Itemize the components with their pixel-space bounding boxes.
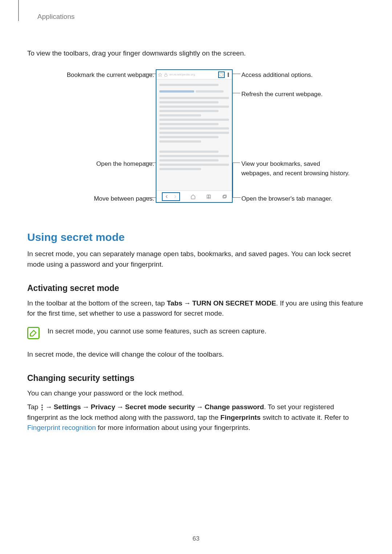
callout-refresh: Refresh the current webpage. bbox=[241, 90, 350, 99]
leader-line bbox=[233, 163, 240, 163]
more-icon bbox=[40, 404, 44, 411]
callout-move-pages: Move between pages. bbox=[60, 194, 154, 204]
menu-privacy: Privacy bbox=[91, 403, 115, 411]
bookmarks-icon bbox=[206, 194, 211, 199]
browser-bottom-toolbar bbox=[156, 190, 232, 202]
svg-marker-0 bbox=[158, 73, 162, 77]
callout-more-options: Access additional options. bbox=[241, 70, 350, 80]
leader-line bbox=[145, 163, 156, 163]
callout-bookmarks-list: View your bookmarks, saved webpages, and… bbox=[241, 159, 350, 178]
nav-back-forward-group bbox=[162, 192, 180, 201]
menu-settings: Settings bbox=[54, 403, 81, 411]
lock-icon bbox=[164, 73, 168, 77]
arrow-icon: → bbox=[115, 403, 125, 411]
tabs-icon bbox=[222, 194, 227, 199]
more-icon bbox=[226, 73, 230, 77]
back-icon bbox=[164, 194, 169, 199]
heading-activating: Activating secret mode bbox=[27, 282, 365, 295]
arrow-icon: → bbox=[182, 299, 192, 307]
header-side-rule bbox=[18, 0, 19, 21]
arrow-icon: → bbox=[44, 403, 54, 411]
activating-paragraph: In the toolbar at the bottom of the scre… bbox=[27, 298, 365, 319]
text: Tap bbox=[27, 403, 40, 411]
after-note-text: In secret mode, the device will change t… bbox=[27, 349, 365, 360]
security-p2: Tap →Settings→Privacy→Secret mode securi… bbox=[27, 402, 365, 433]
arrow-icon: → bbox=[81, 403, 91, 411]
browser-url-bar: en.m.wikipedia.org bbox=[156, 70, 232, 79]
section-header: Applications bbox=[27, 0, 365, 22]
note-icon bbox=[27, 327, 40, 339]
secret-mode-intro: In secret mode, you can separately manag… bbox=[27, 249, 365, 270]
text: In the toolbar at the bottom of the scre… bbox=[27, 299, 167, 307]
home-icon bbox=[191, 194, 196, 199]
callout-tabs: Open the browser's tab manager. bbox=[241, 194, 350, 204]
text: for more information about using your fi… bbox=[96, 424, 250, 431]
phone-content-blur bbox=[156, 79, 232, 192]
phone-screenshot: en.m.wikipedia.org bbox=[156, 69, 233, 203]
browser-diagram: Bookmark the current webpage. Open the h… bbox=[27, 69, 365, 218]
page-number: 63 bbox=[0, 534, 392, 543]
label-tabs: Tabs bbox=[167, 299, 182, 307]
star-icon bbox=[158, 73, 162, 77]
manual-page: Applications To view the toolbars, drag … bbox=[0, 0, 392, 554]
leader-line bbox=[232, 74, 240, 74]
label-fingerprints: Fingerprints bbox=[220, 414, 261, 421]
heading-secret-mode: Using secret mode bbox=[27, 229, 365, 245]
menu-secret-mode-security: Secret mode security bbox=[125, 403, 195, 411]
callout-bookmark: Bookmark the current webpage. bbox=[60, 70, 154, 80]
menu-change-password: Change password bbox=[205, 403, 264, 411]
note-text: In secret mode, you cannot use some feat… bbox=[48, 326, 266, 337]
security-p1: You can change your password or the lock… bbox=[27, 388, 365, 399]
url-text: en.m.wikipedia.org bbox=[170, 73, 217, 77]
callout-homepage: Open the homepage. bbox=[60, 159, 154, 169]
note-callout: In secret mode, you cannot use some feat… bbox=[27, 326, 365, 339]
leader-line bbox=[145, 74, 157, 74]
intro-paragraph: To view the toolbars, drag your finger d… bbox=[27, 48, 365, 59]
leader-line bbox=[233, 163, 233, 197]
label-turn-on-secret: TURN ON SECRET MODE bbox=[192, 299, 276, 307]
refresh-icon bbox=[218, 71, 225, 78]
text: switch to activate it. Refer to bbox=[261, 414, 349, 421]
arrow-icon: → bbox=[195, 403, 205, 411]
forward-icon bbox=[173, 194, 178, 199]
heading-security-settings: Changing security settings bbox=[27, 372, 365, 385]
link-fingerprint-recognition[interactable]: Fingerprint recognition bbox=[27, 424, 96, 431]
svg-rect-1 bbox=[165, 74, 167, 76]
